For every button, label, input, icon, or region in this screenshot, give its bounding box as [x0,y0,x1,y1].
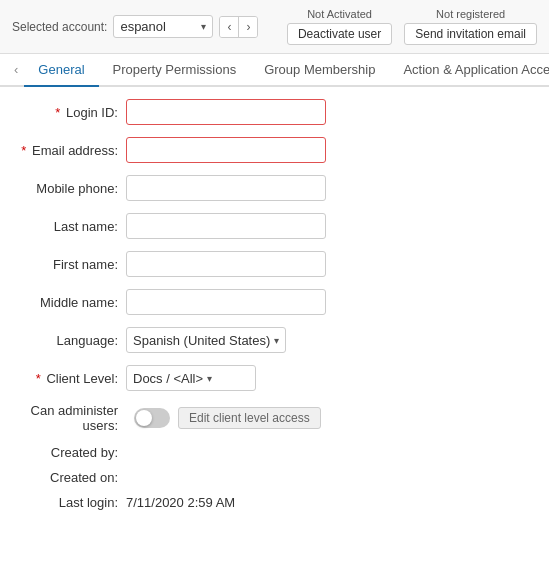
language-label: Language: [16,333,126,348]
toggle-thumb [136,410,152,426]
account-value: espanol [120,19,195,34]
last-login-label: Last login: [16,495,126,510]
edit-client-level-access-button[interactable]: Edit client level access [178,407,321,429]
send-invitation-button[interactable]: Send invitation email [404,23,537,45]
not-activated-area: Not Activated Deactivate user [287,8,392,45]
last-login-value: 7/11/2020 2:59 AM [126,495,235,510]
email-label: * Email address: [16,143,126,158]
created-on-row: Created on: [16,470,533,485]
admin-users-row: Can administer users: Edit client level … [16,403,533,433]
middle-name-row: Middle name: [16,289,533,315]
account-select[interactable]: espanol ▾ [113,15,213,38]
created-by-label: Created by: [16,445,126,460]
mobile-phone-input[interactable] [126,175,326,201]
tab-property-permissions[interactable]: Property Permissions [99,54,251,87]
language-value: Spanish (United States) [133,333,270,348]
last-login-row: Last login: 7/11/2020 2:59 AM [16,495,533,510]
client-level-label: * Client Level: [16,371,126,386]
middle-name-label: Middle name: [16,295,126,310]
created-on-label: Created on: [16,470,126,485]
first-name-row: First name: [16,251,533,277]
email-address-input[interactable] [126,137,326,163]
client-level-row: * Client Level: Docs / <All> ▾ [16,365,533,391]
nav-arrows: ‹ › [219,16,258,38]
client-level-required-star: * [36,371,41,386]
tab-back-arrow[interactable]: ‹ [8,54,24,87]
tab-general[interactable]: General [24,54,98,87]
language-chevron-icon: ▾ [274,335,279,346]
created-by-row: Created by: [16,445,533,460]
deactivate-user-button[interactable]: Deactivate user [287,23,392,45]
next-arrow-button[interactable]: › [239,17,257,37]
not-registered-area: Not registered Send invitation email [404,8,537,45]
admin-users-label: Can administer users: [16,403,126,433]
language-row: Language: Spanish (United States) ▾ [16,327,533,353]
first-name-input[interactable] [126,251,326,277]
not-activated-label: Not Activated [307,8,372,20]
admin-users-toggle[interactable] [134,408,170,428]
mobile-phone-row: Mobile phone: [16,175,533,201]
tab-action-application-access[interactable]: Action & Application Access [389,54,549,87]
client-level-value: Docs / <All> [133,371,203,386]
last-name-row: Last name: [16,213,533,239]
client-level-chevron-icon: ▾ [207,373,212,384]
login-id-input[interactable] [126,99,326,125]
login-id-label: * Login ID: [16,105,126,120]
selected-account-label: Selected account: [12,20,107,34]
last-name-input[interactable] [126,213,326,239]
tab-group-membership[interactable]: Group Membership [250,54,389,87]
middle-name-input[interactable] [126,289,326,315]
not-registered-label: Not registered [436,8,505,20]
toggle-track[interactable] [134,408,170,428]
top-bar: Selected account: espanol ▾ ‹ › Not Acti… [0,0,549,54]
form-area: * Login ID: * Email address: Mobile phon… [0,87,549,532]
last-name-label: Last name: [16,219,126,234]
language-select[interactable]: Spanish (United States) ▾ [126,327,286,353]
first-name-label: First name: [16,257,126,272]
email-address-row: * Email address: [16,137,533,163]
prev-arrow-button[interactable]: ‹ [220,17,239,37]
email-required-star: * [21,143,26,158]
login-id-required-star: * [55,105,60,120]
account-chevron-icon: ▾ [201,21,206,32]
login-id-row: * Login ID: [16,99,533,125]
mobile-label: Mobile phone: [16,181,126,196]
tabs: ‹ General Property Permissions Group Mem… [0,54,549,87]
client-level-select[interactable]: Docs / <All> ▾ [126,365,256,391]
